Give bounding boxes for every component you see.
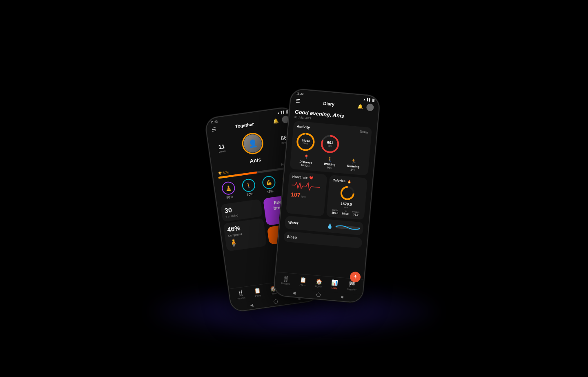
recipes-icon: 🍴	[237, 290, 244, 297]
back-btn-right[interactable]: ◀	[292, 290, 296, 295]
strength-ring: 💪	[261, 175, 276, 190]
nav-diary-right[interactable]: 📊 Diary	[331, 279, 338, 289]
kcal-ring-container: 601 kcal	[319, 133, 341, 155]
xp-trophy-icon: 🏆 50%	[218, 170, 229, 176]
heart-rate-title: Heart rate	[292, 174, 307, 179]
running-unit: %	[353, 168, 355, 171]
profile-name: Anis	[249, 156, 262, 164]
calories-card[interactable]: Calories 🔥 1679.0	[326, 174, 368, 220]
carbs-item: Carbs 196.3	[332, 208, 339, 214]
battery-icon: ▓	[286, 110, 288, 113]
time-right: 11:20	[296, 91, 303, 95]
carbs-val: 196.3	[332, 211, 339, 214]
recipes-icon-right: 🍴	[283, 275, 290, 281]
bpm-unit: bpm	[301, 195, 306, 198]
recents-btn-right[interactable]: ■	[341, 294, 344, 299]
hamburger-icon[interactable]: ☰	[211, 126, 216, 132]
nav-recipes-right[interactable]: 🍴 Recipes	[281, 275, 291, 285]
home-label-left: Home	[270, 292, 277, 295]
meditation-ring: 🧘	[221, 181, 236, 195]
signal-icon-right: ▌▌	[367, 98, 371, 101]
water-bar-svg	[335, 223, 360, 232]
activity-strength[interactable]: 💪 15%	[261, 175, 277, 194]
phones-container: 11:23 ▲ ▌▌ ▓ ☰ Together 🔔	[204, 93, 384, 301]
avatar-small-right[interactable]	[366, 103, 374, 112]
completed-card[interactable]: 46% Completed 🧍	[223, 218, 267, 251]
rating-card[interactable]: 30 # In rating	[220, 199, 263, 222]
status-icons-right: ▲ ▌▌ ▓	[363, 98, 374, 101]
activity-title: Activity	[296, 124, 310, 129]
steps-label: Steps	[301, 142, 310, 145]
distance-unit: km	[307, 164, 310, 167]
protein-item: Protein 76.9	[352, 210, 360, 216]
meditation-pct: 50%	[226, 195, 233, 199]
back-btn-left[interactable]: ◀	[249, 303, 253, 308]
diary-section: Good evening, Anis 30 July, 2023 Activit…	[276, 105, 378, 279]
distance-item: 📍 Distance 10.52km	[299, 154, 313, 167]
left-nav-title: Together	[235, 121, 254, 129]
nav-icons-left: 🔔	[272, 115, 290, 125]
home-btn-right[interactable]	[316, 292, 321, 297]
calories-title: Calories	[332, 178, 345, 183]
fat-item: Fat 65.68	[342, 209, 349, 215]
fat-val: 65.68	[342, 212, 349, 215]
plans-label-right: Plans	[299, 283, 305, 286]
bpm-display: 107 bpm	[290, 191, 322, 200]
right-screen: 11:20 ▲ ▌▌ ▓ ☰ Diary 🔔 Good even	[274, 89, 379, 302]
kcal-ring-center: 601 kcal	[327, 141, 333, 147]
heart-icon: ❤️	[309, 176, 314, 180]
running-item: 🏃 Running 24%	[347, 158, 360, 172]
home-btn-left[interactable]	[274, 299, 278, 303]
hamburger-icon-right[interactable]: ☰	[295, 98, 300, 104]
strength-pct: 15%	[267, 189, 274, 194]
walking-unit: %	[330, 166, 332, 169]
heart-rate-header: Heart rate ❤️	[292, 174, 323, 181]
cal-donut-svg	[339, 184, 356, 202]
heart-rate-card[interactable]: Heart rate ❤️ 107 bpm	[286, 171, 327, 216]
wifi-icon: ▲	[277, 111, 280, 114]
recipes-label: Recipes	[236, 296, 245, 300]
distance-icon: 📍	[303, 154, 310, 160]
distance-val: 10.52	[301, 163, 307, 167]
home-icon-right: 🏠	[315, 278, 322, 284]
steps-ring: 🚶	[241, 178, 256, 192]
nav-plans-left[interactable]: 📋 Plans	[254, 287, 261, 297]
bell-icon-right[interactable]: 🔔	[357, 103, 363, 109]
steps-ring-center: 15034 Steps	[301, 139, 310, 145]
plans-icon-right: 📋	[299, 277, 306, 283]
rings-row: 15034 Steps 601 kca	[294, 131, 368, 157]
time-left: 11:23	[210, 120, 218, 123]
activity-card-right: Activity Today 15034 Steps	[290, 120, 372, 175]
phone-right: 11:20 ▲ ▌▌ ▓ ☰ Diary 🔔 Good even	[273, 88, 381, 303]
activity-period: Today	[359, 129, 368, 134]
activity-steps[interactable]: 🚶 70%	[241, 178, 257, 197]
bell-icon[interactable]: 🔔	[273, 118, 279, 124]
nav-home-right[interactable]: 🏠 Home	[315, 278, 323, 288]
walking-icon: 🚶	[327, 156, 333, 162]
water-icon: 💧	[327, 223, 333, 229]
steps-pct: 70%	[247, 192, 254, 196]
plans-label: Plans	[255, 294, 261, 297]
wifi-icon-right: ▲	[363, 98, 366, 101]
signal-icon: ▌▌	[281, 110, 285, 114]
cal-ring	[331, 183, 363, 203]
diary-icon-right: 📊	[331, 279, 338, 286]
battery-icon-right: ▓	[372, 98, 375, 101]
avatar-ring: 👤	[241, 131, 265, 155]
activity-meditation[interactable]: 🧘 50%	[221, 181, 236, 200]
avatar-inner: 👤	[243, 133, 263, 154]
nav-recipes-left[interactable]: 🍴 Recipes	[236, 289, 246, 300]
right-nav-title: Diary	[323, 100, 334, 106]
heartbeat-svg	[291, 180, 321, 192]
nav-plans-right[interactable]: 📋 Plans	[299, 277, 307, 286]
level-value: 11	[218, 143, 225, 150]
bpm-value: 107	[290, 191, 301, 198]
heart-wave	[291, 180, 323, 192]
home-label-right: Home	[315, 285, 322, 288]
plans-icon: 📋	[254, 287, 261, 294]
walking-item: 🚶 Walking 76%	[323, 156, 336, 169]
walking-label: Walking	[324, 162, 336, 166]
flame-icon: 🔥	[347, 179, 352, 183]
diary-label-right: Diary	[331, 286, 337, 289]
running-icon: 🏃	[351, 158, 357, 164]
